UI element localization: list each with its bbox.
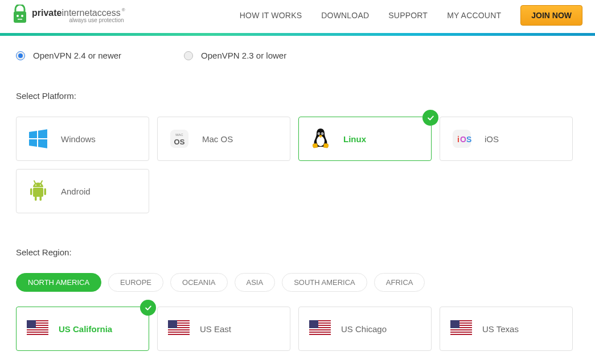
svg-rect-59	[450, 330, 472, 332]
brand-name-bold: private	[32, 8, 61, 18]
region-card-us-texas[interactable]: US Texas	[440, 307, 573, 351]
svg-rect-0	[14, 11, 26, 23]
platform-card-linux[interactable]: Linux	[298, 117, 432, 161]
brand-logo[interactable]: privateinternetaccess® always use protec…	[13, 5, 124, 26]
us-flag-icon	[168, 320, 190, 337]
svg-point-1	[17, 15, 19, 17]
svg-rect-26	[30, 188, 32, 195]
svg-rect-58	[450, 328, 472, 329]
svg-rect-37	[27, 320, 36, 328]
android-icon	[27, 180, 50, 202]
svg-marker-7	[38, 139, 47, 148]
svg-rect-34	[27, 328, 48, 329]
svg-marker-5	[38, 129, 47, 138]
svg-rect-53	[309, 320, 318, 328]
brand-name-light: internetaccess	[61, 8, 120, 18]
select-platform-label: Select Platform:	[16, 91, 579, 101]
us-flag-icon	[309, 320, 331, 337]
platform-card-android[interactable]: Android	[16, 169, 149, 213]
region-card-us-chicago[interactable]: US Chicago	[298, 307, 432, 351]
check-badge-icon	[140, 300, 156, 316]
region-tab-north-america[interactable]: NORTH AMERICA	[16, 273, 101, 292]
region-tab-south-america[interactable]: SOUTH AMERICA	[282, 273, 367, 292]
svg-rect-35	[27, 330, 48, 332]
nav-my-account[interactable]: MY ACCOUNT	[447, 11, 501, 20]
svg-text:OS: OS	[174, 138, 185, 146]
svg-rect-25	[33, 188, 43, 197]
ios-icon: i O S	[450, 127, 473, 150]
nav-how-it-works[interactable]: HOW IT WORKS	[240, 11, 302, 20]
svg-rect-50	[309, 328, 331, 329]
svg-point-15	[318, 133, 319, 134]
svg-rect-3	[18, 19, 22, 20]
platform-label: Android	[61, 187, 91, 196]
svg-rect-27	[44, 188, 47, 195]
us-flag-icon	[450, 320, 472, 337]
svg-text:MAC: MAC	[175, 133, 183, 136]
radio-label: OpenVPN 2.3 or lower	[201, 51, 286, 60]
svg-text:S: S	[466, 135, 471, 144]
region-label: US California	[59, 324, 112, 334]
platform-label: Linux	[343, 134, 366, 144]
nav-download[interactable]: DOWNLOAD	[321, 11, 369, 20]
join-now-button[interactable]: JOIN NOW	[520, 5, 582, 26]
platform-label: iOS	[485, 134, 499, 144]
svg-rect-43	[168, 330, 190, 332]
region-label: US Texas	[482, 324, 519, 334]
region-tab-africa[interactable]: AFRICA	[374, 273, 425, 292]
region-label: US East	[200, 324, 231, 334]
select-region-label: Select Region:	[16, 247, 579, 257]
radio-openvpn-23[interactable]: OpenVPN 2.3 or lower	[184, 51, 286, 60]
region-tab-europe[interactable]: EUROPE	[108, 273, 163, 292]
radio-dot-icon	[184, 51, 193, 60]
platform-card-windows[interactable]: Windows	[16, 117, 149, 161]
platform-label: Mac OS	[202, 134, 233, 144]
check-badge-icon	[422, 110, 438, 126]
svg-text:O: O	[460, 135, 466, 144]
region-card-us-california[interactable]: US California	[16, 307, 149, 351]
svg-rect-45	[168, 320, 177, 328]
platform-card-ios[interactable]: i O S iOS	[440, 117, 573, 161]
svg-rect-52	[309, 333, 331, 334]
svg-point-16	[322, 133, 323, 134]
radio-openvpn-24[interactable]: OpenVPN 2.4 or newer	[16, 51, 121, 60]
svg-rect-44	[168, 333, 190, 334]
svg-rect-29	[40, 196, 42, 201]
radio-label: OpenVPN 2.4 or newer	[33, 51, 121, 60]
region-label: US Chicago	[341, 324, 387, 334]
svg-text:i: i	[457, 135, 459, 144]
region-card-us-east[interactable]: US East	[157, 307, 290, 351]
svg-rect-28	[35, 196, 37, 201]
svg-point-23	[35, 185, 36, 186]
svg-line-22	[41, 181, 43, 184]
svg-marker-6	[29, 139, 37, 147]
windows-icon	[27, 127, 50, 150]
linux-icon	[309, 127, 332, 150]
svg-rect-51	[309, 330, 331, 332]
svg-marker-4	[29, 131, 37, 138]
platform-card-macos[interactable]: MAC OS Mac OS	[157, 117, 290, 161]
region-tab-asia[interactable]: ASIA	[235, 273, 276, 292]
svg-point-2	[21, 15, 23, 17]
region-tab-oceania[interactable]: OCEANIA	[170, 273, 228, 292]
svg-rect-36	[27, 333, 48, 334]
macos-icon: MAC OS	[168, 127, 191, 150]
us-flag-icon	[27, 320, 48, 337]
svg-rect-42	[168, 328, 190, 329]
platform-label: Windows	[61, 134, 96, 144]
radio-dot-icon	[16, 51, 25, 60]
svg-point-24	[40, 185, 41, 186]
svg-rect-61	[450, 320, 459, 328]
svg-line-21	[34, 181, 36, 184]
nav-support[interactable]: SUPPORT	[388, 11, 428, 20]
padlock-robot-icon	[13, 5, 27, 26]
registered-mark: ®	[122, 7, 125, 13]
svg-rect-60	[450, 333, 472, 334]
